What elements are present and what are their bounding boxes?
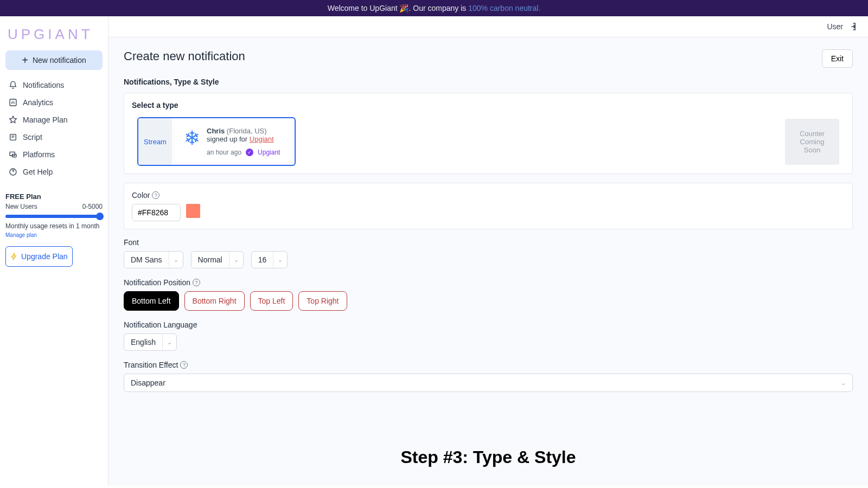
color-input[interactable] [132,204,181,221]
counter-subtitle: Coming Soon [795,138,829,154]
color-swatch[interactable] [186,204,200,218]
plan-users-label: New Users [5,203,37,210]
manage-plan-link[interactable]: Manage plan [5,232,37,238]
sidebar-item-analytics[interactable]: Analytics [5,94,103,111]
color-label: Color [132,191,150,200]
plus-icon: + [22,57,28,63]
chevron-down-icon: ⌄ [229,256,243,264]
main-header: User [108,16,868,37]
preview-brand: Upgiant [258,149,280,156]
preview-product-link[interactable]: Upgiant [250,135,274,143]
sidebar-item-manage-plan[interactable]: Manage Plan [5,111,103,129]
font-weight-select[interactable]: Normal⌄ [191,251,244,268]
language-select[interactable]: English⌄ [124,333,177,351]
exit-button[interactable]: Exit [822,49,853,68]
sidebar-item-platforms[interactable]: Platforms [5,146,103,163]
carbon-neutral-link[interactable]: 100% carbon neutral. [468,4,540,12]
chart-icon [9,98,17,107]
select-value: Normal [192,252,229,268]
position-bottom-left[interactable]: Bottom Left [124,291,179,311]
verified-icon: ✓ [246,149,253,156]
help-icon [9,168,17,176]
position-bottom-right[interactable]: Bottom Right [184,291,245,311]
counter-title: Counter [795,130,829,138]
language-label: Notification Language [124,320,197,329]
preview-action: signed up for [207,135,250,143]
content-area: Create new notification Exit Notificatio… [108,37,868,486]
star-icon [9,115,17,124]
preview-time: an hour ago [207,149,241,156]
type-option-counter: Counter Coming Soon [785,119,839,165]
usage-slider[interactable] [5,215,103,218]
chevron-down-icon: ⌄ [163,339,176,346]
platforms-icon [9,150,17,159]
select-value: 16 [252,252,274,268]
step-overlay-text: Step #3: Type & Style [400,447,576,467]
section-heading: Notifications, Type & Style [124,78,853,86]
banner-text: Welcome to UpGiant 🎉. Our company is [328,4,469,12]
help-icon[interactable]: ? [193,279,200,286]
help-icon[interactable]: ? [152,191,159,199]
chevron-down-icon: ⌄ [841,380,846,387]
type-option-stream[interactable]: Stream ❄ Chris (Florida, US) signe [137,117,296,166]
new-notification-label: New notification [33,56,86,65]
sidebar: UPGIANT + New notification Notifications… [0,16,108,486]
sidebar-item-script[interactable]: Script [5,129,103,146]
position-top-right[interactable]: Top Right [298,291,347,311]
font-size-select[interactable]: 16⌄ [251,251,288,268]
logout-icon[interactable] [847,22,857,31]
plan-block: FREE Plan New Users 0-5000 Monthly usage… [5,192,103,267]
preview-name: Chris [207,127,225,135]
notification-preview: ❄ Chris (Florida, US) signed up for Upgi… [174,120,292,163]
snowflake-icon: ❄ [184,127,200,156]
sidebar-label: Platforms [23,150,55,159]
select-value: English [124,334,163,350]
user-label: User [827,22,843,31]
sidebar-item-notifications[interactable]: Notifications [5,76,103,94]
type-selection-box: Select a type Stream ❄ Chris (Florida, U… [124,93,853,174]
sidebar-label: Get Help [23,168,53,176]
main: User Create new notification Exit Notifi… [108,16,868,486]
page-title: Create new notification [124,49,245,63]
transition-select[interactable]: Disappear ⌄ [124,374,853,392]
select-value: Disappear [131,378,165,387]
new-notification-button[interactable]: + New notification [5,50,103,70]
font-label: Font [124,238,139,247]
chevron-down-icon: ⌄ [273,256,287,264]
plan-reset-text: Monthly usage resets in 1 month [5,222,103,230]
plan-range: 0-5000 [82,203,103,210]
bell-icon [9,81,17,89]
slider-thumb[interactable] [96,213,104,220]
upgrade-plan-button[interactable]: Upgrade Plan [5,246,73,267]
app-logo: UPGIANT [8,26,103,43]
type-label: Select a type [132,101,845,110]
sidebar-label: Manage Plan [23,115,68,124]
preview-location: (Florida, US) [227,127,267,135]
chevron-down-icon: ⌄ [169,256,183,264]
script-icon [9,133,17,142]
select-value: DM Sans [124,252,169,268]
top-banner: Welcome to UpGiant 🎉. Our company is 100… [0,0,868,16]
sidebar-label: Script [23,133,42,142]
font-family-select[interactable]: DM Sans⌄ [124,251,183,268]
help-icon[interactable]: ? [180,361,188,369]
stream-tab-label: Stream [138,118,172,165]
position-top-left[interactable]: Top Left [250,291,293,311]
color-box: Color ? [124,183,853,229]
plan-title: FREE Plan [5,192,103,201]
sidebar-label: Analytics [23,98,53,107]
position-label: Notification Position [124,278,190,287]
upgrade-label: Upgrade Plan [21,252,68,261]
sidebar-item-get-help[interactable]: Get Help [5,163,103,181]
transition-label: Transition Effect [124,361,178,369]
sidebar-label: Notifications [23,81,64,89]
bolt-icon [10,253,18,260]
